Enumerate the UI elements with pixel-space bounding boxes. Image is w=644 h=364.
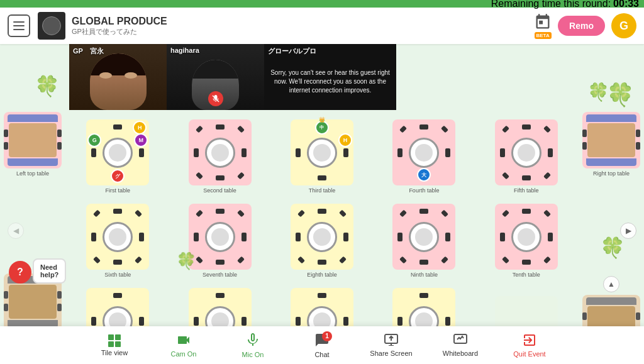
hamburger-line bbox=[13, 21, 25, 23]
table-cell-eleventh[interactable]: Eleventh table bbox=[68, 280, 167, 326]
chat-button-wrap[interactable]: 1 Chat bbox=[287, 326, 357, 364]
calendar-icon bbox=[534, 13, 552, 31]
quit-event-button[interactable]: Quit Event bbox=[495, 326, 564, 364]
mic-muted-icon bbox=[208, 91, 223, 106]
video-panel-hagihara: hagihara bbox=[167, 44, 264, 110]
shamrock-5: 🍀 bbox=[606, 82, 635, 108]
org-logo-placeholder bbox=[38, 12, 65, 40]
error-message: Sorry, you can't see or hear this guest … bbox=[269, 69, 391, 95]
tile-view-icon bbox=[108, 334, 121, 347]
shamrock-1: 🍀 bbox=[35, 74, 60, 98]
calendar-icon-wrap[interactable]: BETA bbox=[534, 13, 552, 39]
tile-view-button[interactable]: Tile view bbox=[80, 326, 149, 364]
share-screen-label: Share Screen bbox=[370, 350, 412, 357]
video-strip: GP 宮永 hagihara グローバルプロ Sorry, you can't bbox=[69, 44, 396, 110]
remo-button[interactable]: Remo bbox=[558, 16, 605, 36]
share-screen-icon bbox=[384, 333, 399, 348]
chat-icon: 1 bbox=[314, 333, 330, 349]
camera-icon bbox=[176, 333, 191, 348]
table-cell-tenth[interactable]: Tenth table bbox=[477, 196, 576, 278]
timer-text: Remaining time this round:00:33 bbox=[491, 0, 639, 9]
header: GLOBAL PRODUCE GP社員で使ってみた BETA Remo G bbox=[0, 8, 644, 44]
org-logo bbox=[38, 12, 65, 40]
sixth-table-label: Sixth table bbox=[104, 272, 131, 278]
video-label-gp: GP 宮永 bbox=[73, 47, 104, 56]
shamrock-3: 🍀 bbox=[176, 251, 196, 271]
top-bar: Remaining time this round:00:33 bbox=[0, 0, 644, 8]
toolbar: Tile view Cam On Mic On 1 Chat bbox=[0, 326, 644, 364]
mic-on-button[interactable]: Mic On bbox=[218, 326, 287, 364]
table-cell-empty bbox=[477, 280, 576, 326]
ninth-table-label: Ninth table bbox=[411, 272, 438, 278]
hamburger-line bbox=[13, 25, 25, 26]
table-cell-second[interactable]: Second table bbox=[170, 112, 269, 194]
table-cell-fourteenth[interactable]: Fourteenth table bbox=[374, 280, 474, 326]
table-cell-sixth[interactable]: Sixth table bbox=[68, 196, 167, 278]
fifth-table-label: Fifth table bbox=[514, 187, 539, 194]
quit-icon bbox=[522, 333, 537, 348]
whiteboard-icon bbox=[453, 333, 468, 348]
chat-badge: 1 bbox=[322, 331, 332, 341]
chat-label: Chat bbox=[314, 351, 329, 358]
left-top-table-wrap[interactable]: Left top table bbox=[4, 112, 62, 177]
org-name: GLOBAL PRODUCE bbox=[72, 16, 534, 27]
table-cell-fifth[interactable]: Fifth table bbox=[477, 112, 576, 194]
share-screen-button[interactable]: Share Screen bbox=[357, 326, 426, 364]
org-subtitle: GP社員で使ってみた bbox=[72, 27, 534, 36]
eighth-table-label: Eighth table bbox=[307, 272, 337, 278]
main-tables: H G M グ First table bbox=[68, 112, 576, 326]
table-cell-twelfth[interactable]: Twelfth table bbox=[170, 280, 269, 326]
right-top-table-wrap[interactable]: Right top table bbox=[582, 112, 640, 177]
table-cell-thirteenth[interactable]: Thirteenth table bbox=[272, 280, 372, 326]
video-label-hagihara: hagihara bbox=[170, 47, 199, 54]
beta-badge: BETA bbox=[535, 32, 552, 39]
shamrock-4: 🍀 bbox=[600, 236, 625, 260]
table-cell-ninth[interactable]: Ninth table bbox=[374, 196, 474, 278]
mic-on-label: Mic On bbox=[242, 351, 264, 358]
fourth-table-label: Fourth table bbox=[409, 187, 439, 194]
help-button[interactable]: ? bbox=[9, 261, 31, 284]
hamburger-line bbox=[13, 29, 25, 30]
table-cell-first[interactable]: H G M グ First table bbox=[68, 112, 167, 194]
cam-on-button[interactable]: Cam On bbox=[149, 326, 218, 364]
left-top-table-label: Left top table bbox=[16, 170, 49, 177]
right-bottom-table-wrap[interactable]: ▲ Right bottom table bbox=[582, 273, 640, 326]
org-info: GLOBAL PRODUCE GP社員で使ってみた bbox=[72, 16, 534, 36]
table-cell-eighth[interactable]: Eighth table bbox=[272, 196, 372, 278]
table-cell-third[interactable]: 中 👑 H Third table bbox=[272, 112, 372, 194]
video-panel-gp: GP 宮永 bbox=[69, 44, 167, 110]
scroll-left-button[interactable]: ◀ bbox=[8, 223, 24, 239]
table-cell-fourth[interactable]: 大 Fourth table bbox=[374, 112, 474, 194]
error-label: グローバルプロ bbox=[268, 47, 316, 56]
scroll-up-button[interactable]: ▲ bbox=[603, 276, 619, 292]
header-right: BETA Remo G bbox=[534, 13, 636, 39]
mic-icon bbox=[246, 332, 260, 349]
first-table-label: First table bbox=[105, 187, 130, 194]
tenth-table-label: Tenth table bbox=[513, 272, 540, 278]
cam-on-label: Cam On bbox=[171, 350, 197, 358]
user-avatar[interactable]: G bbox=[611, 13, 636, 38]
whiteboard-button[interactable]: Whiteboard bbox=[426, 326, 495, 364]
need-help-bubble: Needhelp? bbox=[33, 258, 66, 284]
whiteboard-label: Whiteboard bbox=[443, 350, 478, 357]
second-table-label: Second table bbox=[203, 187, 236, 194]
quit-event-label: Quit Event bbox=[513, 350, 545, 358]
video-panel-error: グローバルプロ Sorry, you can't see or hear thi… bbox=[264, 44, 396, 110]
seventh-table-label: Seventh table bbox=[203, 272, 237, 278]
right-top-table-label: Right top table bbox=[593, 170, 630, 177]
menu-button[interactable] bbox=[8, 14, 30, 37]
tile-view-label: Tile view bbox=[101, 349, 128, 356]
third-table-label: Third table bbox=[309, 187, 336, 194]
